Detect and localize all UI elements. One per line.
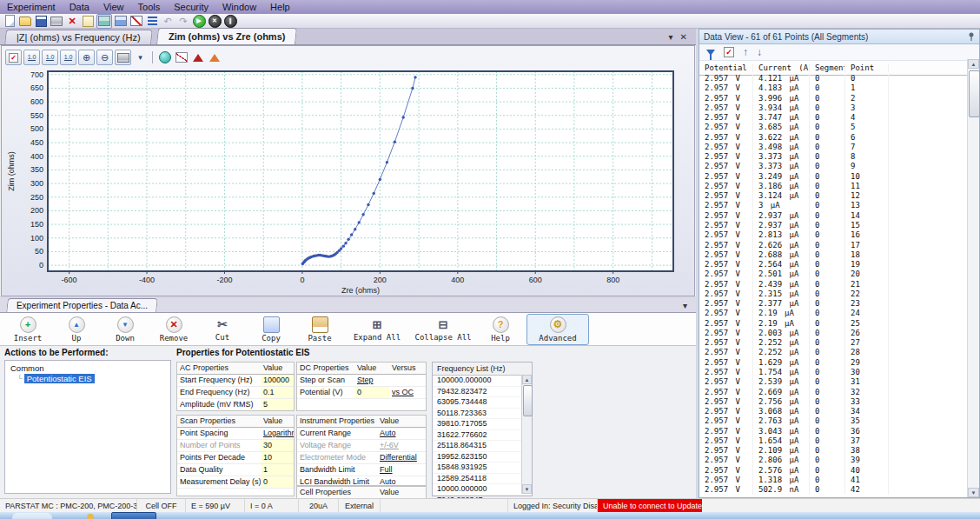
table-row[interactable]: 2.957 V2.19 µA024 bbox=[699, 309, 968, 318]
scrollbar-thumb[interactable] bbox=[969, 70, 980, 117]
zoom-in-icon[interactable]: ⊕ bbox=[78, 50, 95, 65]
table-row[interactable]: 2.957 V2.937 µA014 bbox=[699, 211, 968, 221]
table-row[interactable]: 2.957 V3.934 µA03 bbox=[699, 103, 968, 113]
remove-button[interactable]: ✕Remove bbox=[151, 314, 196, 345]
copy-button[interactable]: Copy bbox=[248, 314, 294, 345]
scroll-up-icon[interactable]: ▲ bbox=[968, 59, 979, 69]
tab-dropdown-icon[interactable]: ▾ bbox=[669, 32, 673, 42]
menu-item-data[interactable]: Data bbox=[63, 1, 96, 14]
frequency-item[interactable]: 10000.000000 bbox=[433, 484, 532, 496]
edit-plot-icon[interactable]: ✓ bbox=[5, 50, 22, 65]
table-row[interactable]: 2.957 V2.501 µA020 bbox=[699, 269, 968, 279]
delete-icon[interactable]: ✕ bbox=[65, 15, 79, 28]
table-row[interactable]: 2.957 V2.763 µA035 bbox=[699, 416, 968, 426]
pin-icon[interactable] bbox=[968, 32, 975, 42]
save-icon[interactable] bbox=[34, 15, 48, 28]
advanced-button[interactable]: ⚙Advanced bbox=[526, 314, 589, 345]
update-alert[interactable]: Unable to connect to Update site bbox=[598, 499, 702, 513]
table-row[interactable]: 2.957 V3.186 µA011 bbox=[699, 182, 968, 191]
property-value[interactable]: Step bbox=[354, 375, 389, 386]
frequency-item[interactable]: 100000.000000 bbox=[433, 376, 532, 387]
globe-icon[interactable] bbox=[157, 50, 172, 64]
table-row[interactable]: 2.957 V4.183 µA01 bbox=[699, 83, 968, 93]
table-row[interactable]: 2.957 V2.252 µA027 bbox=[699, 338, 968, 348]
menu-item-security[interactable]: Security bbox=[167, 1, 215, 14]
table-row[interactable]: 2.957 V1.629 µA029 bbox=[699, 358, 968, 368]
print-plot-icon[interactable] bbox=[115, 50, 131, 65]
scrollbar-thumb[interactable] bbox=[523, 385, 533, 416]
column-header-c2[interactable]: Current (A) bbox=[753, 63, 810, 72]
table-row[interactable]: 2.957 V2.564 µA019 bbox=[699, 260, 968, 269]
table-row[interactable]: 2.957 V3.249 µA010 bbox=[699, 172, 968, 182]
edit-columns-icon[interactable]: ✓ bbox=[724, 47, 734, 57]
table-row[interactable]: 2.957 V3.498 µA07 bbox=[699, 143, 968, 152]
menu-item-window[interactable]: Window bbox=[215, 1, 263, 14]
graph-edit-icon[interactable] bbox=[129, 15, 143, 28]
table-row[interactable]: 2.957 V2.813 µA016 bbox=[699, 230, 968, 240]
property-value[interactable]: 5 bbox=[261, 399, 294, 410]
menu-item-help[interactable]: Help bbox=[263, 1, 297, 14]
table-row[interactable]: 2.957 V2.439 µA021 bbox=[699, 280, 968, 289]
table-row[interactable]: 2.957 V1.654 µA037 bbox=[699, 436, 968, 446]
undo-icon[interactable]: ↶ bbox=[161, 15, 175, 28]
tree-node-potentiostatic-eis[interactable]: Potentiostatic EIS bbox=[24, 374, 95, 383]
axis-fit-y-icon[interactable]: 1.0 bbox=[42, 50, 58, 65]
property-value[interactable]: Auto bbox=[377, 476, 426, 486]
property-value[interactable]: vs OC bbox=[389, 387, 426, 398]
table-row[interactable]: 2.957 V2.377 µA023 bbox=[699, 299, 968, 309]
axis-fit-xy-icon[interactable]: 1.0 bbox=[60, 50, 76, 65]
frequency-item[interactable]: 15848.931925 bbox=[433, 462, 532, 474]
tab-z-vs-frequency[interactable]: |Z| (ohms) vs Frequency (Hz) bbox=[4, 30, 152, 44]
scroll-down-icon[interactable]: ▼ bbox=[522, 484, 532, 494]
frequency-list-scrollbar[interactable]: ▲ ▼ bbox=[521, 375, 532, 494]
table-row[interactable]: 2.957 V2.109 µA038 bbox=[699, 446, 968, 456]
data-table-scrollbar[interactable]: ▲ ▼ bbox=[967, 59, 979, 497]
table-row[interactable]: 2.957 V2.576 µA040 bbox=[699, 466, 968, 476]
frequency-item[interactable]: 12589.254118 bbox=[433, 474, 532, 485]
menu-item-view[interactable]: View bbox=[96, 1, 131, 14]
property-value[interactable]: 0 bbox=[354, 387, 389, 398]
tab-close-icon[interactable]: ✕ bbox=[680, 32, 687, 42]
table-row[interactable]: 2.957 V3.124 µA012 bbox=[699, 191, 968, 201]
frequency-item[interactable]: 39810.717055 bbox=[433, 419, 532, 430]
taskbar-icon[interactable] bbox=[87, 514, 94, 519]
table-row[interactable]: 2.957 V2.937 µA015 bbox=[699, 221, 968, 230]
run-icon[interactable]: ▶ bbox=[192, 15, 206, 28]
table-row[interactable]: 2.957 V1.318 µA041 bbox=[699, 476, 968, 485]
frequency-item[interactable]: 79432.823472 bbox=[433, 387, 532, 398]
column-header-c4[interactable]: Point bbox=[845, 63, 889, 72]
plot-view-icon[interactable] bbox=[96, 14, 112, 29]
trace-icon[interactable] bbox=[174, 50, 189, 64]
table-row[interactable]: 2.957 V2.003 µA026 bbox=[699, 329, 968, 338]
data-view-icon[interactable] bbox=[114, 15, 128, 28]
peak-red-icon[interactable] bbox=[190, 50, 205, 64]
table-row[interactable]: 2.957 V2.539 µA031 bbox=[699, 377, 968, 387]
start-button[interactable] bbox=[12, 513, 52, 519]
move-down-icon[interactable]: ↓ bbox=[757, 47, 762, 57]
table-row[interactable]: 2.957 V2.688 µA018 bbox=[699, 250, 968, 260]
data-list-icon[interactable] bbox=[145, 15, 159, 28]
pause-icon[interactable]: ∥ bbox=[223, 15, 237, 28]
table-row[interactable]: 2.957 V2.669 µA032 bbox=[699, 388, 968, 397]
scroll-down-icon[interactable]: ▼ bbox=[968, 488, 979, 497]
help-button[interactable]: ?Help bbox=[478, 314, 523, 345]
collapse-all-button[interactable]: ⊟Collapse All bbox=[412, 314, 474, 345]
frequency-item[interactable]: 63095.734448 bbox=[433, 397, 532, 409]
property-value[interactable]: Auto bbox=[377, 428, 426, 439]
property-value[interactable]: 30 bbox=[261, 440, 294, 451]
table-row[interactable]: 2.957 V3.043 µA036 bbox=[699, 427, 968, 436]
scroll-up-icon[interactable]: ▲ bbox=[522, 375, 532, 384]
table-row[interactable]: 2.957 V4.121 µA00 bbox=[699, 74, 968, 83]
property-value[interactable]: 1 bbox=[261, 464, 294, 476]
taskbar-active-app[interactable] bbox=[111, 512, 156, 519]
zoom-out-icon[interactable]: ⊖ bbox=[96, 50, 113, 65]
table-row[interactable]: 2.957 V2.626 µA017 bbox=[699, 241, 968, 250]
print-icon[interactable] bbox=[50, 15, 63, 28]
dropdown-icon[interactable]: ▾ bbox=[133, 50, 148, 64]
property-value[interactable]: +/-6V bbox=[377, 440, 426, 451]
move-up-icon[interactable]: ↑ bbox=[743, 47, 748, 57]
export-icon[interactable] bbox=[81, 15, 95, 28]
experiment-tab-dropdown-icon[interactable]: ▾ bbox=[683, 301, 696, 310]
table-row[interactable]: 2.957 V3.622 µA06 bbox=[699, 133, 968, 143]
table-row[interactable]: 2.957 V3.685 µA05 bbox=[699, 123, 968, 132]
